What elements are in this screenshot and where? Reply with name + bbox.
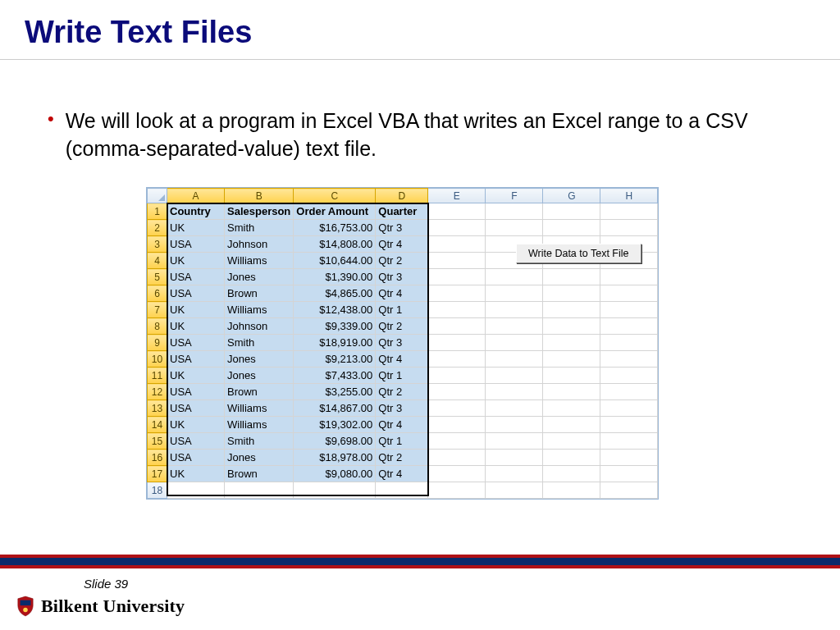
cell[interactable] (543, 203, 600, 220)
cell[interactable]: Jones (225, 368, 294, 384)
cell[interactable] (543, 368, 600, 384)
cell[interactable]: UK (167, 368, 225, 384)
row-header[interactable]: 18 (148, 482, 167, 499)
cell[interactable] (600, 450, 658, 466)
cell[interactable] (600, 351, 658, 368)
cell[interactable] (428, 351, 486, 368)
cell[interactable] (428, 400, 486, 417)
cell-header[interactable]: Country (167, 203, 225, 220)
cell-header[interactable]: Salesperson (225, 203, 294, 220)
cell[interactable]: $9,080.00 (294, 466, 376, 482)
cell[interactable] (543, 400, 600, 417)
cell[interactable] (428, 302, 486, 318)
cell[interactable] (600, 220, 658, 236)
row-header[interactable]: 14 (148, 417, 167, 433)
cell[interactable] (376, 482, 428, 499)
cell[interactable]: USA (167, 400, 225, 417)
cell[interactable] (486, 482, 543, 499)
cell[interactable] (543, 433, 600, 450)
cell[interactable] (600, 302, 658, 318)
cell[interactable] (428, 450, 486, 466)
cell[interactable] (600, 433, 658, 450)
cell[interactable] (428, 417, 486, 433)
cell[interactable]: Qtr 2 (376, 253, 428, 269)
col-header-h[interactable]: H (600, 189, 658, 203)
cell[interactable]: Qtr 1 (376, 433, 428, 450)
cell[interactable]: Jones (225, 269, 294, 285)
cell[interactable] (428, 433, 486, 450)
cell[interactable] (600, 466, 658, 482)
cell[interactable]: Qtr 3 (376, 269, 428, 285)
cell[interactable] (600, 482, 658, 499)
col-header-a[interactable]: A (167, 189, 225, 203)
cell[interactable]: Jones (225, 450, 294, 466)
cell[interactable] (428, 384, 486, 400)
row-header[interactable]: 5 (148, 269, 167, 285)
cell[interactable] (486, 400, 543, 417)
cell[interactable] (543, 302, 600, 318)
col-header-b[interactable]: B (225, 189, 294, 203)
row-header[interactable]: 2 (148, 220, 167, 236)
row-header[interactable]: 8 (148, 318, 167, 335)
cell[interactable] (486, 466, 543, 482)
cell[interactable]: USA (167, 450, 225, 466)
cell[interactable]: $10,644.00 (294, 253, 376, 269)
cell[interactable] (600, 285, 658, 302)
cell[interactable] (428, 220, 486, 236)
row-header[interactable]: 11 (148, 368, 167, 384)
cell[interactable] (543, 482, 600, 499)
col-header-c[interactable]: C (294, 189, 376, 203)
cell[interactable] (428, 368, 486, 384)
row-header[interactable]: 12 (148, 384, 167, 400)
cell[interactable]: USA (167, 236, 225, 253)
cell[interactable] (600, 368, 658, 384)
cell-header[interactable]: Order Amount (294, 203, 376, 220)
select-all-corner[interactable] (148, 189, 167, 203)
cell[interactable]: $16,753.00 (294, 220, 376, 236)
cell[interactable]: Brown (225, 285, 294, 302)
cell[interactable]: $19,302.00 (294, 417, 376, 433)
cell[interactable] (600, 335, 658, 351)
cell[interactable] (543, 285, 600, 302)
cell[interactable]: Qtr 2 (376, 450, 428, 466)
row-header[interactable]: 16 (148, 450, 167, 466)
row-header[interactable]: 7 (148, 302, 167, 318)
cell[interactable]: Smith (225, 433, 294, 450)
cell-header[interactable]: Quarter (376, 203, 428, 220)
cell[interactable] (486, 335, 543, 351)
cell[interactable] (428, 318, 486, 335)
cell[interactable]: Jones (225, 351, 294, 368)
cell[interactable] (600, 417, 658, 433)
write-data-button[interactable]: Write Data to Text File (516, 244, 641, 263)
cell[interactable]: $4,865.00 (294, 285, 376, 302)
cell[interactable]: Williams (225, 302, 294, 318)
cell[interactable] (428, 236, 486, 253)
cell[interactable] (428, 253, 486, 269)
cell[interactable] (486, 384, 543, 400)
cell[interactable]: Qtr 2 (376, 384, 428, 400)
cell[interactable]: Qtr 4 (376, 466, 428, 482)
cell[interactable]: Smith (225, 335, 294, 351)
cell[interactable]: $9,698.00 (294, 433, 376, 450)
cell[interactable]: USA (167, 285, 225, 302)
row-header[interactable]: 1 (148, 203, 167, 220)
cell[interactable] (486, 302, 543, 318)
cell[interactable] (543, 466, 600, 482)
cell[interactable]: $9,339.00 (294, 318, 376, 335)
cell[interactable]: Qtr 4 (376, 236, 428, 253)
cell[interactable]: Williams (225, 417, 294, 433)
col-header-f[interactable]: F (486, 189, 543, 203)
cell[interactable] (167, 482, 225, 499)
cell[interactable]: $1,390.00 (294, 269, 376, 285)
cell[interactable]: $7,433.00 (294, 368, 376, 384)
row-header[interactable]: 13 (148, 400, 167, 417)
cell[interactable]: $18,978.00 (294, 450, 376, 466)
cell[interactable] (428, 285, 486, 302)
cell[interactable] (543, 450, 600, 466)
cell[interactable] (486, 285, 543, 302)
cell[interactable]: UK (167, 466, 225, 482)
cell[interactable]: USA (167, 335, 225, 351)
cell[interactable] (600, 384, 658, 400)
col-header-g[interactable]: G (543, 189, 600, 203)
cell[interactable] (543, 335, 600, 351)
